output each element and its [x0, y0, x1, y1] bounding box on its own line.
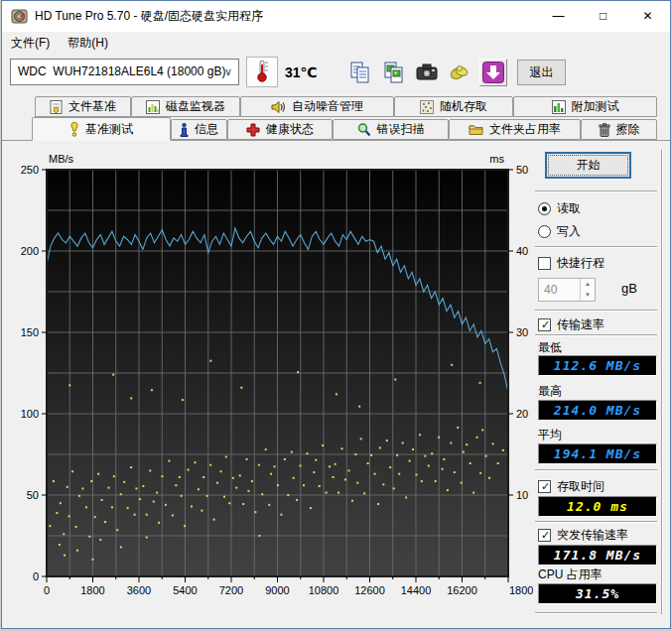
transfer-label: 传输速率 — [557, 316, 605, 333]
svg-text:3600: 3600 — [127, 584, 151, 596]
svg-text:5400: 5400 — [173, 584, 197, 596]
max-label: 最高 — [538, 383, 562, 400]
copy-image-button[interactable] — [380, 59, 408, 86]
transfer-checkbox[interactable] — [538, 318, 551, 331]
magnifier-icon — [357, 123, 371, 137]
temperature-button[interactable] — [246, 57, 278, 87]
tab-extra-tests[interactable]: 附加测试 — [513, 96, 657, 117]
info-icon — [180, 123, 189, 137]
donate-button[interactable] — [446, 59, 473, 86]
svg-text:MB/s: MB/s — [49, 153, 74, 165]
tab-health[interactable]: 健康状态 — [227, 119, 333, 140]
svg-text:1800: 1800 — [80, 584, 104, 596]
tab-benchmark[interactable]: 基准测试 — [32, 117, 171, 141]
tab-label: 自动噪音管理 — [292, 98, 363, 115]
benchmark-icon — [69, 122, 79, 137]
divider — [535, 246, 657, 248]
update-button[interactable] — [479, 59, 507, 86]
toolbar: WDC WUH721818ALE6L4 (18000 gB) ∨ 31℃ — [2, 54, 670, 95]
tab-error-scan[interactable]: 错误扫描 — [333, 119, 449, 140]
tab-label: 文件夹占用率 — [489, 121, 561, 138]
svg-text:150: 150 — [21, 326, 39, 338]
screenshot-button[interactable] — [413, 59, 441, 86]
menubar: 文件(F) 帮助(H) — [2, 32, 670, 54]
thermometer-icon — [251, 58, 273, 83]
trash-icon — [599, 123, 610, 137]
benchmark-chart: 0501001502002501020304050018003600540072… — [2, 145, 533, 613]
svg-text:10: 10 — [516, 489, 528, 501]
panel-separator — [661, 150, 663, 614]
access-time-checkbox[interactable] — [538, 480, 551, 493]
tab-erase[interactable]: 擦除 — [581, 119, 657, 140]
tab-auto-noise[interactable]: 自动噪音管理 — [240, 96, 394, 117]
copy-text-button[interactable] — [346, 59, 374, 86]
camera-icon — [415, 61, 439, 84]
tab-label: 信息 — [195, 121, 218, 138]
menu-help[interactable]: 帮助(H) — [59, 32, 117, 55]
titlebar: HD Tune Pro 5.70 - 硬盘/固态硬盘实用程序 — □ ✕ — [2, 1, 670, 32]
stepper-down-icon[interactable]: ▼ — [581, 290, 595, 301]
file-benchmark-icon — [50, 100, 63, 114]
maximize-button[interactable]: □ — [581, 1, 625, 32]
burst-checkbox[interactable] — [538, 529, 551, 542]
svg-text:9000: 9000 — [265, 584, 289, 596]
tab-label: 健康状态 — [266, 121, 314, 138]
divider — [535, 612, 657, 614]
tab-info[interactable]: 信息 — [171, 119, 227, 140]
svg-text:0: 0 — [33, 570, 39, 582]
exit-button[interactable]: 退出 — [517, 60, 566, 85]
health-cross-icon — [246, 123, 260, 137]
svg-text:16200: 16200 — [447, 584, 477, 596]
quick-span-stepper[interactable]: ▲▼ — [580, 279, 595, 301]
donate-icon — [448, 61, 471, 84]
tab-label: 文件基准 — [68, 98, 116, 115]
tab-file-benchmark[interactable]: 文件基准 — [35, 96, 131, 117]
divider — [535, 310, 657, 312]
svg-text:20: 20 — [516, 408, 528, 420]
max-value-display: 214.0 MB/s — [538, 400, 657, 421]
write-radio-row[interactable]: 写入 — [538, 223, 581, 240]
min-label: 最低 — [538, 339, 562, 356]
burst-label: 突发传输速率 — [557, 527, 628, 544]
access-time-checkbox-row[interactable]: 存取时间 — [538, 478, 605, 495]
drive-select[interactable]: WDC WUH721818ALE6L4 (18000 gB) ∨ — [10, 59, 239, 85]
quick-span-input-wrap: ▲▼ — [538, 278, 596, 302]
svg-text:18000gB: 18000gB — [509, 584, 533, 596]
start-button-label: 开始 — [549, 156, 627, 175]
window-title: HD Tune Pro 5.70 - 硬盘/固态硬盘实用程序 — [35, 1, 263, 32]
cpu-label: CPU 占用率 — [538, 567, 603, 583]
app-window: HD Tune Pro 5.70 - 硬盘/固态硬盘实用程序 — □ ✕ 文件(… — [1, 0, 671, 629]
read-radio-row[interactable]: 读取 — [538, 200, 581, 217]
folder-icon — [469, 123, 483, 136]
tab-label: 随机存取 — [440, 98, 487, 115]
tab-folder-usage[interactable]: 文件夹占用率 — [449, 119, 581, 140]
svg-text:12600: 12600 — [354, 584, 385, 596]
tab-disk-monitor[interactable]: 磁盘监视器 — [131, 96, 240, 117]
quick-span-input[interactable] — [544, 279, 576, 301]
quick-span-label: 快捷行程 — [557, 255, 605, 272]
burst-checkbox-row[interactable]: 突发传输速率 — [538, 527, 628, 544]
quick-span-checkbox-row[interactable]: 快捷行程 — [538, 255, 605, 272]
menu-file[interactable]: 文件(F) — [2, 32, 59, 55]
start-button[interactable]: 开始 — [545, 152, 631, 179]
tab-row-1: 文件基准 磁盘监视器 自动噪音管理 随机存取 附加测试 — [35, 96, 657, 117]
svg-text:14400: 14400 — [401, 584, 432, 596]
svg-text:50: 50 — [27, 489, 39, 501]
transfer-checkbox-row[interactable]: 传输速率 — [538, 316, 605, 333]
copy-text-icon — [348, 61, 372, 84]
chevron-down-icon: ∨ — [224, 60, 232, 84]
access-time-label: 存取时间 — [557, 478, 605, 495]
divider — [535, 334, 657, 336]
tab-label: 磁盘监视器 — [166, 98, 225, 115]
minimize-button[interactable]: — — [536, 1, 581, 32]
avg-label: 平均 — [538, 427, 562, 443]
tab-random-access[interactable]: 随机存取 — [394, 96, 513, 117]
svg-text:0: 0 — [44, 584, 50, 596]
divider — [535, 469, 657, 471]
write-radio[interactable] — [538, 225, 551, 238]
stepper-up-icon[interactable]: ▲ — [581, 279, 595, 290]
svg-text:7200: 7200 — [219, 584, 243, 596]
quick-span-checkbox[interactable] — [538, 257, 551, 270]
read-radio[interactable] — [538, 202, 551, 215]
close-button[interactable]: ✕ — [625, 1, 670, 32]
